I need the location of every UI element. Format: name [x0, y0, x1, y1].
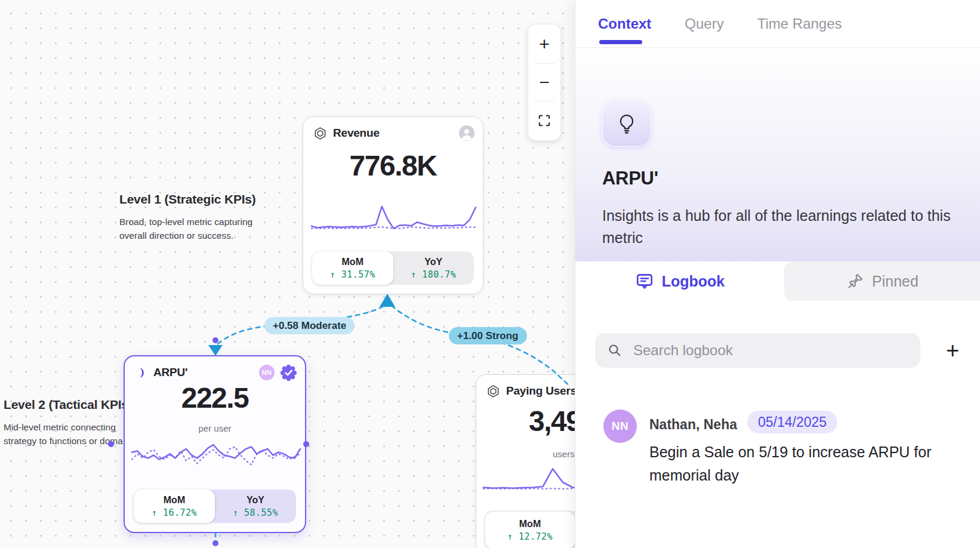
level-2-description: Mid-level metric connecting strategy to …	[4, 420, 128, 448]
verified-badge-icon	[281, 365, 297, 381]
metric-card-revenue[interactable]: Revenue 776.8K MoM ↑ 31.57%	[303, 116, 483, 294]
correlation-label-moderate[interactable]: +0.58 Moderate	[264, 317, 355, 334]
revenue-yoy-toggle[interactable]: YoY ↑ 180.7%	[393, 251, 474, 285]
assignee-avatar-icon	[459, 125, 474, 141]
tab-query[interactable]: Query	[685, 16, 723, 32]
crescent-moon-icon	[135, 367, 147, 379]
level-1-description: Broad, top-level metric capturing overal…	[119, 215, 256, 242]
arpu-card-header: ARPU' NN	[135, 364, 297, 381]
lightbulb-icon	[615, 112, 638, 135]
tab-time-ranges[interactable]: Time Ranges	[757, 16, 842, 32]
metric-tree-app: Level 1 (Strategic KPIs) Broad, top-leve…	[0, 0, 980, 548]
logbook-search[interactable]	[595, 333, 920, 368]
revenue-footer: MoM ↑ 31.57% YoY ↑ 180.7%	[312, 251, 474, 285]
arpu-value: 222.5	[125, 381, 305, 414]
arpu-owner-badge: NN	[259, 365, 275, 380]
level-1-annotation: Level 1 (Strategic KPIs) Broad, top-leve…	[119, 192, 256, 242]
tab-pinned[interactable]: Pinned	[784, 261, 980, 301]
paying-users-value: 3,49	[529, 405, 581, 438]
canvas-zoom-toolbar: + −	[528, 24, 561, 141]
arpu-yoy-toggle[interactable]: YoY ↑ 58.55%	[215, 489, 296, 523]
arpu-unit: per user	[125, 423, 305, 433]
panel-section-tabs: Logbook Pinned	[575, 261, 980, 301]
entry-author-avatar: NN	[603, 410, 637, 443]
pin-icon	[846, 272, 864, 290]
arrowhead-into-revenue-icon	[380, 294, 395, 307]
revenue-mom-toggle[interactable]: MoM ↑ 31.57%	[312, 251, 393, 285]
metric-hexagon-icon	[313, 127, 327, 140]
revenue-card-title: Revenue	[333, 127, 380, 140]
metric-name: ARPU'	[602, 168, 658, 189]
handle-arpu-bottom[interactable]	[212, 540, 218, 546]
level-1-title: Level 1 (Strategic KPIs)	[119, 192, 256, 207]
insight-tile	[602, 100, 651, 147]
zoom-in-button[interactable]: +	[528, 26, 560, 63]
logbook-toolbar: +	[575, 333, 980, 371]
arpu-sparkline	[132, 436, 300, 478]
tab-logbook[interactable]: Logbook	[575, 261, 784, 301]
add-logbook-entry-button[interactable]: +	[938, 336, 967, 365]
fit-view-button[interactable]	[528, 101, 560, 139]
revenue-sparkline	[312, 202, 476, 241]
arrowhead-into-arpu-icon	[208, 345, 223, 356]
metric-hexagon-icon	[486, 384, 500, 398]
arpu-footer: MoM ↑ 16.72% YoY ↑ 58.55%	[134, 489, 296, 523]
logbook-search-input[interactable]	[595, 333, 920, 368]
context-panel: Context Query Time Ranges ARPU' Insights…	[575, 0, 980, 548]
panel-tabbar: Context Query Time Ranges	[575, 0, 980, 48]
zoom-out-button[interactable]: −	[528, 64, 560, 101]
fit-view-icon	[538, 114, 551, 127]
tab-context[interactable]: Context	[598, 16, 651, 32]
canvas[interactable]: Level 1 (Strategic KPIs) Broad, top-leve…	[0, 0, 575, 548]
paying-users-card-title: Paying Users'	[506, 384, 579, 398]
paying-users-unit: users	[553, 449, 575, 459]
entry-date-badge: 05/14/2025	[747, 411, 837, 433]
level-2-annotation: Level 2 (Tactical KPIs Mid-level metric …	[4, 398, 128, 448]
entry-note-text: Begin a Sale on 5/19 to increase ARPU fo…	[649, 441, 960, 487]
arpu-card-title: ARPU'	[153, 366, 187, 379]
entry-author-name: Nathan, Neha	[649, 417, 737, 433]
arpu-mom-toggle[interactable]: MoM ↑ 16.72%	[134, 489, 215, 523]
level-2-title: Level 2 (Tactical KPIs	[4, 398, 128, 412]
correlation-label-strong[interactable]: +1.00 Strong	[449, 327, 527, 344]
metric-hero: ARPU' Insights is a hub for all of the l…	[575, 48, 980, 261]
metric-card-arpu[interactable]: ARPU' NN 222.5 per user MoM	[124, 355, 306, 533]
revenue-value: 776.8K	[303, 149, 483, 182]
revenue-card-header: Revenue	[313, 125, 474, 141]
active-tab-indicator	[599, 40, 642, 44]
paying-users-mom-toggle[interactable]: MoM ↑ 12.72%	[485, 511, 575, 548]
handle-arpu-top[interactable]	[212, 337, 218, 343]
logbook-icon	[635, 272, 654, 291]
metric-description: Insights is a hub for all of the learnin…	[602, 205, 953, 249]
